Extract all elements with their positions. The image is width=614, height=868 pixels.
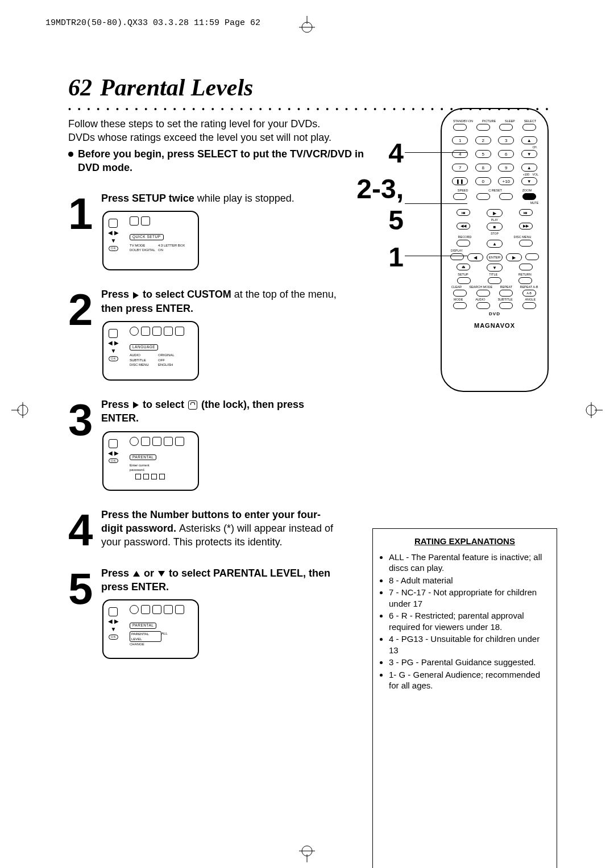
rating-explanations-box: RATING EXPLANATIONS ALL - The Parental f… bbox=[372, 528, 557, 868]
osd1-label: QUICK SETUP bbox=[130, 234, 164, 240]
osd5-label: PARENTAL bbox=[130, 623, 156, 629]
intro-line1: Follow these steps to set the rating lev… bbox=[68, 117, 375, 131]
print-header: 19MDTR20(50-80).QX33 03.3.28 11:59 Page … bbox=[45, 18, 260, 28]
step-number-3: 3 bbox=[68, 398, 101, 439]
right-arrow-icon bbox=[133, 402, 139, 408]
step-number-5: 5 bbox=[68, 566, 101, 607]
osd-screen-2: ◀ ▶ ▼ O K LANGUAGE AUDIOORIGINAL SUBTITL… bbox=[102, 321, 199, 381]
callout-23: 2-3, bbox=[356, 173, 404, 205]
rating-item: 3 - PG - Parental Guidance suggested. bbox=[389, 657, 549, 668]
step3-text: Press to select (the lock), then press E… bbox=[101, 398, 340, 425]
title-text: Parental Levels bbox=[100, 74, 253, 101]
step5-text: Press or to select PARENTAL LEVEL, then … bbox=[101, 566, 340, 594]
up-arrow-icon bbox=[133, 571, 140, 577]
rating-item: 8 - Adult material bbox=[389, 575, 549, 586]
callout-1: 1 bbox=[388, 241, 404, 273]
osd2-label: LANGUAGE bbox=[130, 344, 158, 350]
crop-mark-bottom bbox=[296, 840, 318, 862]
callout-4: 4 bbox=[388, 137, 404, 169]
remote-diagram: STANDBY-ONPICTURESLEEPSELECT 123▲ CH. 45… bbox=[409, 108, 557, 392]
osd-screen-3: ◀ ▶ O K PARENTAL Enter current password. bbox=[102, 431, 199, 491]
brand-label: MAGNAVOX bbox=[442, 322, 547, 329]
page-number: 62 bbox=[68, 74, 92, 101]
rating-item: 6 - R - Restricted; parental approval re… bbox=[389, 610, 549, 632]
osd3-label: PARENTAL bbox=[130, 454, 156, 461]
step4-text: Press the Number buttons to enter your f… bbox=[101, 508, 340, 549]
osd-screen-1: ◀ ▶ ▼ O K QUICK SETUP TV MODE4:3 LETTER … bbox=[102, 211, 199, 270]
rating-item: 1- G - General Audience; recommended for… bbox=[389, 669, 549, 691]
intro-bullet: Before you begin, press SELECT to put th… bbox=[78, 147, 375, 175]
bullet-icon bbox=[68, 152, 73, 157]
rating-item: ALL - The Parental feature is inactive; … bbox=[389, 552, 549, 574]
step-number-4: 4 bbox=[68, 508, 101, 549]
page-title: 62Parental Levels bbox=[68, 74, 557, 101]
step-number-2: 2 bbox=[68, 287, 101, 328]
step2-text: Press to select CUSTOM at the top of the… bbox=[101, 287, 340, 315]
crop-mark-right bbox=[580, 399, 603, 422]
step1-text: Press SETUP twice while play is stopped. bbox=[101, 191, 340, 205]
right-arrow-icon bbox=[133, 292, 139, 299]
rating-header: RATING EXPLANATIONS bbox=[381, 536, 549, 547]
crop-mark-left bbox=[11, 399, 34, 422]
callout-5: 5 bbox=[388, 205, 404, 236]
crop-mark-top bbox=[296, 16, 318, 39]
lock-icon bbox=[188, 400, 197, 410]
rating-item: 7 - NC-17 - Not appropriate for children… bbox=[389, 587, 549, 609]
down-arrow-icon bbox=[158, 571, 165, 577]
intro-line2: DVDs whose ratings exceed the level you … bbox=[68, 131, 375, 144]
dvd-logo: DVD bbox=[442, 311, 547, 316]
step-number-1: 1 bbox=[68, 191, 101, 232]
osd-screen-5: ◀ ▶ ▼ O K PARENTAL PARENTAL LEVELALL CHA… bbox=[102, 599, 199, 659]
rating-item: 4 - PG13 - Unsuitable for children under… bbox=[389, 633, 549, 656]
